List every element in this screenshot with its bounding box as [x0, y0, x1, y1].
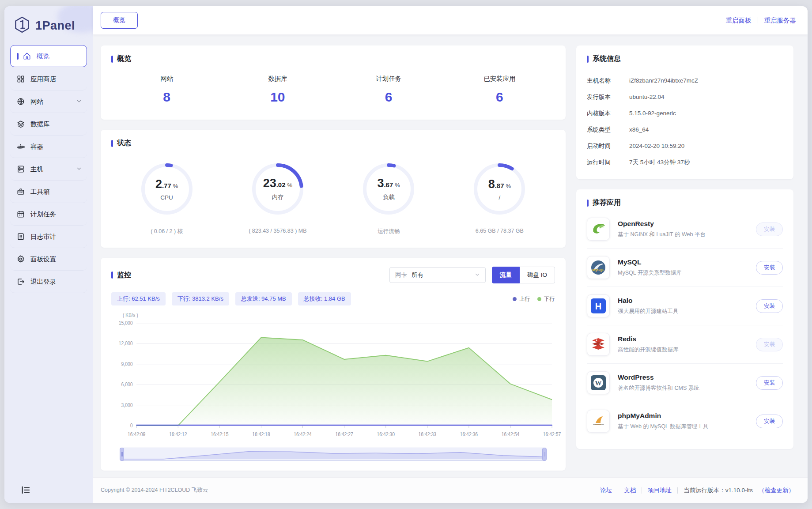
- restart-panel-link[interactable]: 重启面板: [726, 16, 752, 25]
- download-rate-badge: 下行: 3813.2 KB/s: [172, 292, 229, 305]
- gauge-load: 3.67% 负载 运行流畅: [333, 161, 444, 235]
- svg-text:16:42:12: 16:42:12: [169, 431, 187, 437]
- app-window: 1Panel 概览 应用商店 网站: [4, 6, 808, 503]
- docs-link[interactable]: 文档: [624, 486, 636, 494]
- globe-icon: [16, 97, 25, 106]
- sidebar-item-settings[interactable]: 面板设置: [10, 248, 87, 271]
- log-audit-icon: [16, 232, 25, 241]
- status-card: 状态 2.77% CPU: [101, 130, 566, 248]
- legend-download[interactable]: 下行: [537, 295, 555, 303]
- install-openresty-button: 安装: [756, 222, 783, 236]
- zoom-handle-left[interactable]: [120, 448, 124, 461]
- stat-websites[interactable]: 网站 8: [111, 75, 222, 105]
- sidebar-item-label: 应用商店: [30, 75, 56, 83]
- divider: [677, 487, 678, 494]
- stat-value: 6: [444, 90, 555, 105]
- home-icon: [23, 52, 31, 60]
- gear-icon: [16, 255, 25, 264]
- footer: Copyright © 2014-2024 FIT2CLOUD 飞致云 论坛 文…: [93, 477, 808, 503]
- stat-label: 网站: [111, 75, 222, 83]
- app-item-phpmyadmin: phpMyAdmin 基于 Web 的 MySQL 数据库管理工具 安装: [587, 402, 783, 440]
- stat-installed-apps[interactable]: 已安装应用 6: [444, 75, 555, 105]
- forum-link[interactable]: 论坛: [600, 486, 612, 494]
- stat-cronjobs[interactable]: 计划任务 6: [333, 75, 444, 105]
- install-wordpress-button[interactable]: 安装: [756, 376, 783, 390]
- svg-text:16:42:27: 16:42:27: [335, 431, 353, 437]
- svg-text:16:42:54: 16:42:54: [502, 431, 519, 437]
- host-icon: [16, 165, 25, 173]
- sidebar-item-label: 容器: [30, 143, 43, 151]
- stat-databases[interactable]: 数据库 10: [222, 75, 333, 105]
- info-row-boot-time: 启动时间 2024-02-20 10:59:20: [587, 138, 783, 154]
- gauge-caption: ( 823.43 / 3576.83 ) MB: [222, 228, 333, 234]
- sidebar-item-label: 面板设置: [30, 255, 56, 264]
- disk-io-mode-button[interactable]: 磁盘 IO: [520, 267, 555, 283]
- nic-select[interactable]: 网卡 所有: [389, 267, 486, 283]
- zoom-handle-right[interactable]: [542, 448, 547, 461]
- sidebar-item-host[interactable]: 主机: [10, 158, 87, 181]
- info-row-uptime: 运行时间 7天 5小时 43分钟 37秒: [587, 154, 783, 170]
- gauge-disk-root: 8.87% / 6.65 GB / 78.37 GB: [444, 161, 555, 235]
- sidebar-item-logs[interactable]: 日志审计: [10, 226, 87, 248]
- install-halo-button[interactable]: 安装: [756, 299, 783, 313]
- app-logo[interactable]: 1Panel: [4, 6, 93, 43]
- sidebar-item-overview[interactable]: 概览: [10, 45, 87, 67]
- halo-icon: H: [587, 294, 610, 317]
- collapse-sidebar-button[interactable]: [21, 486, 30, 496]
- sidebar-item-container[interactable]: 容器: [10, 136, 87, 158]
- info-row-hostname: 主机名称 iZf8zbanr27n94ibtxe7mcZ: [587, 72, 783, 89]
- redis-icon: [587, 333, 610, 356]
- title-accent-bar: [587, 200, 589, 207]
- sidebar-item-website[interactable]: 网站: [10, 90, 87, 113]
- install-mysql-button[interactable]: 安装: [756, 261, 783, 275]
- legend-upload[interactable]: 上行: [513, 295, 530, 303]
- svg-text:9,000: 9,000: [121, 361, 133, 367]
- restart-server-link[interactable]: 重启服务器: [764, 16, 797, 25]
- svg-text:16:42:36: 16:42:36: [460, 431, 478, 437]
- sidebar-item-logout[interactable]: 退出登录: [10, 271, 87, 293]
- monitor-card-title: 监控: [111, 271, 131, 280]
- app-item-halo: H Halo 强大易用的开源建站工具 安装: [587, 287, 783, 325]
- monitor-mode-switch: 流量 磁盘 IO: [492, 267, 555, 283]
- title-accent-bar: [587, 56, 589, 63]
- install-phpmyadmin-button[interactable]: 安装: [756, 415, 783, 428]
- check-update-link[interactable]: （检查更新）: [759, 486, 794, 494]
- sidebar-item-label: 计划任务: [30, 210, 56, 219]
- database-icon: [16, 120, 25, 128]
- svg-text:16:42:09: 16:42:09: [128, 431, 145, 437]
- info-row-kernel: 内核版本 5.15.0-92-generic: [587, 105, 783, 121]
- stat-value: 8: [111, 90, 222, 105]
- legend-dot: [513, 297, 517, 301]
- gauge-label: /: [499, 194, 500, 201]
- logout-icon: [16, 277, 25, 286]
- install-redis-button: 安装: [756, 338, 783, 351]
- sidebar-item-label: 工具箱: [30, 188, 50, 196]
- title-accent-bar: [111, 271, 113, 279]
- svg-text:0: 0: [130, 422, 133, 428]
- sidebar-item-app-store[interactable]: 应用商店: [10, 68, 87, 90]
- stat-label: 计划任务: [333, 75, 444, 83]
- sidebar: 1Panel 概览 应用商店 网站: [4, 6, 93, 503]
- sidebar-item-toolbox[interactable]: 工具箱: [10, 181, 87, 203]
- svg-text:6,000: 6,000: [121, 382, 133, 388]
- traffic-mode-button[interactable]: 流量: [492, 267, 520, 283]
- overview-card: 概览 网站 8 数据库 10 计划任务 6: [101, 45, 566, 120]
- divider: [642, 487, 642, 494]
- sidebar-item-database[interactable]: 数据库: [10, 113, 87, 136]
- status-card-title: 状态: [111, 139, 555, 148]
- project-link[interactable]: 项目地址: [648, 486, 672, 494]
- overview-card-title: 概览: [111, 54, 555, 64]
- tab-overview[interactable]: 概览: [101, 12, 138, 29]
- stat-label: 数据库: [222, 75, 333, 83]
- data-zoom-slider[interactable]: [120, 448, 546, 461]
- svg-text:3,000: 3,000: [121, 402, 133, 408]
- phpmyadmin-icon: [587, 410, 610, 433]
- chevron-down-icon: [76, 166, 82, 173]
- app-item-redis: Redis 高性能的开源键值数据库 安装: [587, 325, 783, 364]
- y-axis-unit-label: ( KB/s ): [123, 312, 138, 318]
- sidebar-item-cronjob[interactable]: 计划任务: [10, 203, 87, 226]
- svg-text:16:42:15: 16:42:15: [211, 431, 228, 437]
- sidebar-item-label: 网站: [30, 98, 43, 106]
- gauge-caption: 运行流畅: [333, 228, 444, 235]
- recommended-apps-title: 推荐应用: [587, 198, 783, 207]
